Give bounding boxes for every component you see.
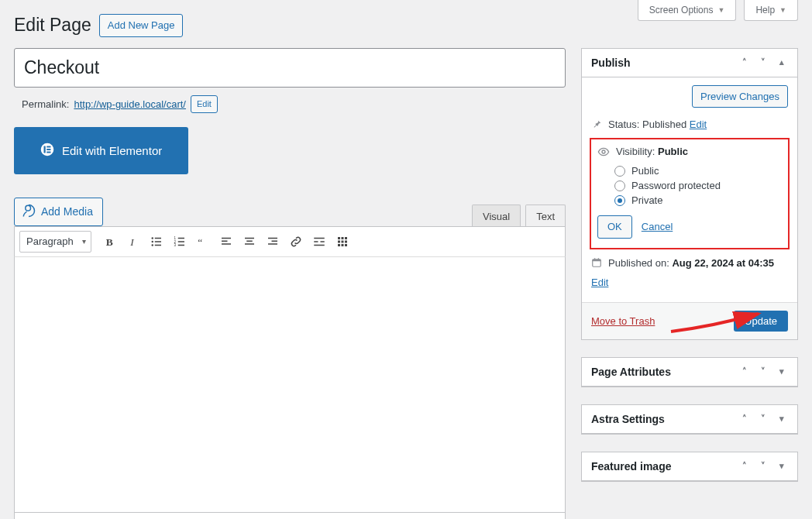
svg-rect-27	[271, 240, 277, 242]
pin-icon	[591, 119, 602, 132]
eye-icon	[597, 146, 610, 160]
svg-rect-28	[268, 243, 277, 245]
svg-point-7	[151, 237, 153, 239]
radio-icon	[614, 166, 625, 177]
caret-down-icon: ▼	[717, 6, 724, 14]
expand-icon[interactable]: ▾	[776, 461, 788, 471]
permalink-edit-button[interactable]: Edit	[191, 95, 218, 113]
move-up-icon[interactable]: ˄	[738, 414, 751, 424]
publish-box-title: Publish	[591, 57, 631, 69]
elementor-icon	[40, 143, 54, 159]
svg-text:3: 3	[174, 243, 176, 247]
editor-tab-text[interactable]: Text	[525, 205, 566, 226]
permalink-url[interactable]: http://wp-guide.local/cart/	[74, 98, 186, 110]
expand-icon[interactable]: ▾	[776, 366, 788, 376]
page-attributes-box: Page Attributes ˄ ˅ ▾	[581, 357, 798, 387]
move-down-icon[interactable]: ˅	[757, 461, 769, 471]
status-value: Published	[642, 119, 686, 130]
svg-rect-17	[177, 241, 184, 242]
svg-rect-20	[222, 238, 231, 239]
link-button[interactable]	[285, 231, 307, 253]
format-selected: Paragraph	[26, 235, 74, 247]
add-media-label: Add Media	[41, 205, 93, 218]
visibility-ok-button[interactable]: OK	[597, 215, 632, 239]
screen-options-label: Screen Options	[649, 5, 714, 15]
svg-rect-45	[594, 258, 595, 260]
move-down-icon[interactable]: ˅	[757, 57, 769, 67]
align-right-button[interactable]	[262, 231, 284, 253]
svg-rect-23	[245, 238, 254, 239]
radio-icon	[614, 180, 625, 191]
toolbar-toggle-button[interactable]	[332, 231, 353, 253]
number-list-button[interactable]: 123	[169, 231, 191, 253]
move-to-trash-link[interactable]: Move to Trash	[591, 315, 655, 327]
svg-rect-35	[345, 237, 347, 239]
svg-rect-4	[46, 151, 50, 153]
editor-tab-visual[interactable]: Visual	[472, 205, 521, 226]
svg-rect-29	[314, 238, 325, 239]
visibility-option-private[interactable]: Private	[597, 193, 782, 208]
svg-point-42	[602, 150, 605, 153]
page-title: Edit Page	[14, 15, 91, 36]
visibility-cancel-link[interactable]: Cancel	[642, 221, 673, 232]
expand-icon[interactable]: ▾	[776, 414, 788, 424]
svg-rect-38	[345, 240, 347, 242]
bullet-list-button[interactable]	[146, 231, 167, 253]
move-up-icon[interactable]: ˄	[738, 57, 751, 67]
svg-rect-22	[222, 243, 231, 245]
svg-rect-31	[320, 241, 324, 242]
editor-toolbar: Paragraph B I 123 “	[14, 226, 566, 257]
read-more-button[interactable]	[308, 231, 330, 253]
svg-rect-10	[154, 238, 160, 239]
italic-button[interactable]: I	[122, 231, 144, 253]
svg-rect-30	[314, 241, 318, 242]
status-edit-link[interactable]: Edit	[690, 119, 707, 130]
visibility-public-label: Public	[631, 165, 659, 177]
featured-image-box: Featured image ˄ ˅ ▾	[581, 452, 798, 482]
post-title-input[interactable]	[14, 48, 566, 88]
svg-rect-25	[245, 243, 254, 245]
move-down-icon[interactable]: ˅	[757, 414, 769, 424]
radio-checked-icon	[614, 195, 625, 206]
page-attributes-title: Page Attributes	[591, 366, 671, 378]
align-center-button[interactable]	[239, 231, 260, 253]
visibility-option-public[interactable]: Public	[597, 163, 782, 178]
caret-down-icon: ▼	[779, 6, 786, 14]
svg-rect-46	[598, 258, 599, 260]
preview-changes-button[interactable]: Preview Changes	[692, 85, 788, 108]
svg-rect-2	[46, 146, 50, 147]
visibility-editor: Visibility: Public Public Password prote…	[590, 138, 790, 249]
move-up-icon[interactable]: ˄	[738, 461, 751, 471]
add-media-button[interactable]: Add Media	[14, 198, 103, 226]
add-new-page-button[interactable]: Add New Page	[99, 14, 184, 37]
format-dropdown[interactable]: Paragraph	[19, 231, 91, 253]
bold-button[interactable]: B	[99, 231, 121, 253]
help-tab[interactable]: Help ▼	[744, 0, 798, 21]
visibility-value: Public	[658, 146, 688, 157]
collapse-icon[interactable]: ▴	[776, 57, 788, 67]
svg-rect-16	[177, 238, 184, 239]
visibility-option-password[interactable]: Password protected	[597, 178, 782, 193]
featured-image-title: Featured image	[591, 460, 671, 473]
align-left-button[interactable]	[215, 231, 237, 253]
move-down-icon[interactable]: ˅	[757, 366, 769, 376]
published-on-edit-link[interactable]: Edit	[591, 277, 788, 288]
screen-options-tab[interactable]: Screen Options ▼	[638, 0, 737, 21]
blockquote-button[interactable]: “	[192, 231, 214, 253]
permalink-label: Permalink:	[22, 98, 69, 110]
status-label: Status:	[608, 119, 639, 130]
svg-rect-34	[341, 237, 343, 239]
move-up-icon[interactable]: ˄	[738, 366, 751, 376]
svg-rect-18	[177, 245, 184, 246]
editor-content-area[interactable]	[14, 257, 566, 513]
update-button[interactable]: Update	[734, 311, 788, 332]
svg-rect-33	[338, 237, 340, 239]
svg-text:I: I	[129, 235, 135, 247]
visibility-private-label: Private	[631, 194, 662, 206]
svg-rect-1	[44, 146, 46, 153]
published-on-value: Aug 22, 2024 at 04:35	[672, 257, 774, 269]
svg-rect-3	[46, 149, 50, 150]
edit-with-elementor-button[interactable]: Edit with Elementor	[14, 127, 188, 174]
svg-rect-24	[246, 240, 253, 242]
svg-rect-32	[314, 245, 325, 246]
